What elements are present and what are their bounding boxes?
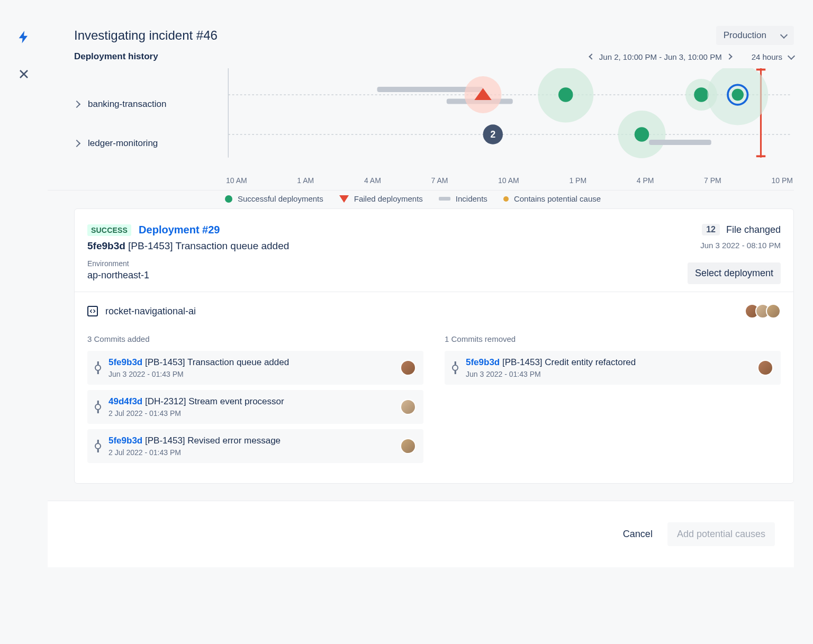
section-title: Deployment history xyxy=(74,51,158,62)
avatar xyxy=(766,304,781,319)
commits-added-heading: 3 Commits added xyxy=(87,334,423,343)
commit-icon xyxy=(452,365,458,371)
lane-banking-transaction[interactable]: banking-transaction xyxy=(74,99,225,110)
time-range-label: Jun 2, 10:00 PM - Jun 3, 10:00 PM xyxy=(599,52,722,61)
file-count-badge: 12 xyxy=(702,224,720,235)
environment-label: Environment xyxy=(87,259,289,268)
commit-row[interactable]: 5fe9b3d [PB-1453] Credit entity refactor… xyxy=(445,351,781,385)
time-range-nav: Jun 2, 10:00 PM - Jun 3, 10:00 PM xyxy=(590,52,731,61)
commit-row[interactable]: 5fe9b3d [PB-1453] Transaction queue adde… xyxy=(87,351,423,385)
legend-success: Successful deployments xyxy=(225,194,323,203)
deployment-timestamp: Jun 3 2022 - 08:10 PM xyxy=(688,241,781,250)
commits-removed-heading: 1 Commits removed xyxy=(445,334,781,343)
environment-value: ap-northeast-1 xyxy=(87,270,289,281)
svg-point-20 xyxy=(635,127,649,142)
svg-rect-21 xyxy=(649,140,711,145)
avatar xyxy=(757,360,773,376)
time-window-selector[interactable]: 24 hours xyxy=(752,52,794,61)
next-range-icon[interactable] xyxy=(726,53,732,59)
commit-row[interactable]: 49d4f3d [DH-2312] Stream event processor… xyxy=(87,390,423,424)
repo-name: rocket-navigational-ai xyxy=(105,306,196,317)
environment-label: Production xyxy=(724,30,766,41)
deployment-timeline-chart[interactable]: 2 xyxy=(225,68,794,174)
avatar xyxy=(400,399,416,415)
svg-point-11 xyxy=(558,87,573,102)
code-icon xyxy=(87,306,98,316)
commit-row[interactable]: 5fe9b3d [PB-1453] Revised error message … xyxy=(87,429,423,463)
select-deployment-button[interactable]: Select deployment xyxy=(688,262,781,284)
lane-ledger-monitoring[interactable]: ledger-monitoring xyxy=(74,138,225,149)
file-changed-label: File changed xyxy=(726,224,781,235)
add-potential-causes-button[interactable]: Add potential causes xyxy=(667,522,775,546)
avatar xyxy=(400,360,416,376)
chevron-right-icon xyxy=(73,140,80,147)
cancel-button[interactable]: Cancel xyxy=(623,529,653,540)
chevron-down-icon xyxy=(788,52,795,59)
chevron-right-icon xyxy=(73,101,80,108)
svg-point-13 xyxy=(694,87,709,102)
deployment-commit: 5fe9b3d [PB-1453] Transaction queue adde… xyxy=(87,240,289,252)
deployment-card: SUCCESS Deployment #29 5fe9b3d [PB-1453]… xyxy=(74,208,794,484)
x-axis-ticks: 10 AM1 AM4 AM7 AM10 AM1 PM4 PM7 PM10 PM xyxy=(225,176,794,185)
legend-failed: Failed deployments xyxy=(339,194,423,203)
legend-potential: Contains potential cause xyxy=(503,194,601,203)
commit-icon xyxy=(95,404,101,410)
lane-label: ledger-monitoring xyxy=(88,138,158,149)
prev-range-icon[interactable] xyxy=(589,53,594,59)
page-title: Investigating incident #46 xyxy=(74,28,218,43)
repo-link[interactable]: rocket-navigational-ai xyxy=(87,306,196,317)
bolt-icon xyxy=(16,30,31,47)
status-badge: SUCCESS xyxy=(87,224,131,236)
avatar xyxy=(400,438,416,454)
environment-selector[interactable]: Production xyxy=(716,26,794,45)
commit-icon xyxy=(95,443,101,449)
time-window-label: 24 hours xyxy=(752,52,782,61)
svg-point-16 xyxy=(732,89,744,101)
contributor-avatars[interactable] xyxy=(749,304,781,319)
legend-incidents: Incidents xyxy=(439,194,487,203)
svg-text:2: 2 xyxy=(490,129,495,140)
lane-label: banking-transaction xyxy=(88,99,166,110)
chevron-down-icon xyxy=(780,31,788,38)
commit-icon xyxy=(95,365,101,371)
close-icon[interactable] xyxy=(17,68,30,83)
file-changed-row[interactable]: 12 File changed xyxy=(688,224,781,235)
deployment-title-link[interactable]: Deployment #29 xyxy=(139,224,220,236)
